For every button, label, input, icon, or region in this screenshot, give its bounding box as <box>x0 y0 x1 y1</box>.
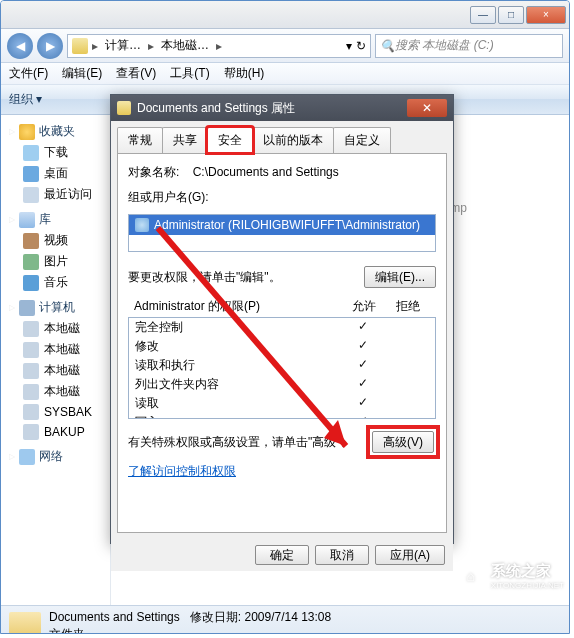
folder-thumb-icon <box>9 612 41 635</box>
perm-row: 修改✓ <box>129 337 435 356</box>
sidebar-item-drive[interactable]: SYSBAK <box>1 402 110 422</box>
edit-msg: 要更改权限，请单击"编辑"。 <box>128 269 364 286</box>
tab-security[interactable]: 安全 <box>207 127 253 153</box>
deny-header: 拒绝 <box>386 298 430 315</box>
users-listbox[interactable]: Administrator (RILOHIGBWIFUFFT\Administr… <box>128 214 436 252</box>
sidebar-item-drive[interactable]: 本地磁 <box>1 318 110 339</box>
allow-check-icon: ✓ <box>341 414 385 419</box>
close-button[interactable]: × <box>526 6 566 24</box>
chevron-right-icon: ▸ <box>216 39 222 53</box>
menu-file[interactable]: 文件(F) <box>9 65 48 82</box>
perm-row: 读取和执行✓ <box>129 356 435 375</box>
tab-previous[interactable]: 以前的版本 <box>252 127 334 153</box>
user-selected[interactable]: Administrator (RILOHIGBWIFUFFT\Administr… <box>129 215 435 235</box>
perm-name: 列出文件夹内容 <box>135 376 341 393</box>
network-icon <box>19 449 35 465</box>
status-name: Documents and Settings <box>49 610 180 624</box>
recent-icon <box>23 187 39 203</box>
music-icon <box>23 275 39 291</box>
perm-row: 读取✓ <box>129 394 435 413</box>
sidebar-item-desktop[interactable]: 桌面 <box>1 163 110 184</box>
learn-link[interactable]: 了解访问控制和权限 <box>128 464 236 478</box>
deny-check-icon <box>385 338 429 355</box>
status-mod-value: 2009/7/14 13:08 <box>244 610 331 624</box>
allow-check-icon: ✓ <box>341 395 385 412</box>
watermark: ⌂ 系统之家 XITONGZHIJIA.NET <box>457 562 564 590</box>
menu-edit[interactable]: 编辑(E) <box>62 65 102 82</box>
watermark-logo-icon: ⌂ <box>457 562 485 590</box>
sidebar-item-videos[interactable]: 视频 <box>1 230 110 251</box>
sidebar-item-recent[interactable]: 最近访问 <box>1 184 110 205</box>
drive-icon <box>23 424 39 440</box>
breadcrumb[interactable]: ▸ 计算… ▸ 本地磁… ▸ ▾ ↻ <box>67 34 371 58</box>
sidebar-libraries[interactable]: 库 <box>1 209 110 230</box>
refresh-icon[interactable]: ↻ <box>356 39 366 53</box>
group-label: 组或用户名(G): <box>128 189 436 206</box>
tab-general[interactable]: 常规 <box>117 127 163 153</box>
advanced-msg: 有关特殊权限或高级设置，请单击"高级"。 <box>128 434 370 451</box>
folder-icon <box>117 101 131 115</box>
dialog-title: Documents and Settings 属性 <box>137 100 295 117</box>
organize-button[interactable]: 组织 ▾ <box>9 91 42 108</box>
cancel-button[interactable]: 取消 <box>315 545 369 565</box>
menu-view[interactable]: 查看(V) <box>116 65 156 82</box>
menu-help[interactable]: 帮助(H) <box>224 65 265 82</box>
status-type: 文件夹 <box>49 626 331 635</box>
tab-share[interactable]: 共享 <box>162 127 208 153</box>
sidebar-item-drive[interactable]: BAKUP <box>1 422 110 442</box>
status-mod-label: 修改日期: <box>190 610 241 624</box>
perm-name: 修改 <box>135 338 341 355</box>
deny-check-icon <box>385 395 429 412</box>
ok-button[interactable]: 确定 <box>255 545 309 565</box>
deny-check-icon <box>385 319 429 336</box>
search-input[interactable]: 🔍 搜索 本地磁盘 (C:) <box>375 34 563 58</box>
nav-bar: ◀ ▶ ▸ 计算… ▸ 本地磁… ▸ ▾ ↻ 🔍 搜索 本地磁盘 (C:) <box>1 29 569 63</box>
sidebar-computer[interactable]: 计算机 <box>1 297 110 318</box>
user-icon <box>135 218 149 232</box>
edit-button[interactable]: 编辑(E)... <box>364 266 436 288</box>
dialog-buttons: 确定 取消 应用(A) <box>111 539 453 571</box>
drive-icon <box>23 404 39 420</box>
menu-tools[interactable]: 工具(T) <box>170 65 209 82</box>
sidebar-network[interactable]: 网络 <box>1 446 110 467</box>
dialog-close-button[interactable]: ✕ <box>407 99 447 117</box>
sidebar-item-music[interactable]: 音乐 <box>1 272 110 293</box>
star-icon <box>19 124 35 140</box>
breadcrumb-dropdown-icon[interactable]: ▾ <box>346 39 352 53</box>
drive-icon <box>23 363 39 379</box>
properties-dialog: Documents and Settings 属性 ✕ 常规 共享 安全 以前的… <box>110 94 454 544</box>
sidebar-item-drive[interactable]: 本地磁 <box>1 339 110 360</box>
advanced-button[interactable]: 高级(V) <box>372 431 434 453</box>
sidebar-item-downloads[interactable]: 下载 <box>1 142 110 163</box>
video-icon <box>23 233 39 249</box>
chevron-right-icon: ▸ <box>148 39 154 53</box>
nav-forward-button[interactable]: ▶ <box>37 33 63 59</box>
apply-button[interactable]: 应用(A) <box>375 545 445 565</box>
dialog-titlebar[interactable]: Documents and Settings 属性 ✕ <box>111 95 453 121</box>
permissions-listbox[interactable]: 完全控制✓修改✓读取和执行✓列出文件夹内容✓读取✓写入✓ <box>128 317 436 419</box>
tab-content: 对象名称: C:\Documents and Settings 组或用户名(G)… <box>117 153 447 533</box>
objname-label: 对象名称: <box>128 164 179 181</box>
sidebar-item-drive[interactable]: 本地磁 <box>1 381 110 402</box>
maximize-button[interactable]: □ <box>498 6 524 24</box>
allow-check-icon: ✓ <box>341 338 385 355</box>
breadcrumb-seg[interactable]: 本地磁… <box>158 37 212 54</box>
minimize-button[interactable]: — <box>470 6 496 24</box>
explorer-titlebar: — □ × <box>1 1 569 29</box>
deny-check-icon <box>385 357 429 374</box>
breadcrumb-seg[interactable]: 计算… <box>102 37 144 54</box>
tab-custom[interactable]: 自定义 <box>333 127 391 153</box>
drive-icon <box>23 384 39 400</box>
drive-icon <box>23 342 39 358</box>
status-bar: Documents and Settings 修改日期: 2009/7/14 1… <box>1 605 569 634</box>
allow-check-icon: ✓ <box>341 376 385 393</box>
sidebar-favorites[interactable]: 收藏夹 <box>1 121 110 142</box>
sidebar-item-pictures[interactable]: 图片 <box>1 251 110 272</box>
search-placeholder: 搜索 本地磁盘 (C:) <box>395 37 494 54</box>
tab-strip: 常规 共享 安全 以前的版本 自定义 <box>111 121 453 153</box>
drive-icon <box>72 38 88 54</box>
nav-back-button[interactable]: ◀ <box>7 33 33 59</box>
perm-name: 读取和执行 <box>135 357 341 374</box>
sidebar-item-drive[interactable]: 本地磁 <box>1 360 110 381</box>
download-icon <box>23 145 39 161</box>
